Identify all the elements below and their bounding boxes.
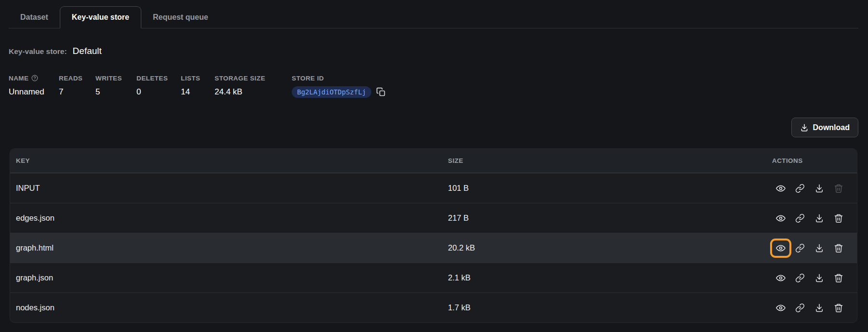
row-actions	[765, 303, 857, 313]
stat-reads-value: 7	[59, 86, 95, 98]
download-icon[interactable]	[814, 303, 824, 313]
table-row: nodes.json 1.7 kB	[10, 292, 857, 322]
delete-trash-icon[interactable]	[834, 213, 843, 223]
tab-request-queue[interactable]: Request queue	[141, 7, 220, 28]
public-url-link-icon[interactable]	[795, 184, 805, 193]
column-header-key: KEY	[10, 157, 448, 164]
row-size: 20.2 kB	[448, 243, 765, 252]
tab-dataset[interactable]: Dataset	[9, 7, 60, 28]
preview-eye-icon-highlighted[interactable]	[776, 243, 786, 253]
stat-lists-label: LISTS	[181, 74, 215, 82]
store-header: Key-value store: Default	[9, 46, 858, 56]
download-button-label: Download	[813, 123, 850, 132]
stat-lists-value: 14	[181, 86, 215, 98]
key-value-table: KEY SIZE ACTIONS INPUT 101 B edges.json …	[10, 148, 857, 323]
public-url-link-icon[interactable]	[795, 273, 805, 283]
preview-eye-icon[interactable]	[776, 184, 786, 193]
tab-key-value-store[interactable]: Key-value store	[60, 6, 141, 28]
stat-lists: LISTS 14	[181, 74, 215, 98]
row-actions	[765, 273, 857, 283]
row-size: 1.7 kB	[448, 303, 765, 312]
download-icon[interactable]	[814, 184, 824, 193]
row-actions	[765, 184, 857, 193]
row-size: 2.1 kB	[448, 273, 765, 282]
download-icon[interactable]	[814, 273, 824, 283]
stat-name-label: NAME	[9, 75, 28, 82]
preview-eye-icon[interactable]	[776, 273, 786, 283]
public-url-link-icon[interactable]	[795, 303, 805, 313]
stat-writes-label: WRITES	[95, 74, 136, 82]
stat-writes-value: 5	[95, 86, 136, 98]
stat-writes: WRITES 5	[95, 74, 136, 98]
tab-bar: Dataset Key-value store Request queue	[9, 0, 858, 28]
stat-storage-size: STORAGE SIZE 24.4 kB	[215, 74, 292, 98]
copy-icon[interactable]	[376, 87, 386, 97]
table-header-row: KEY SIZE ACTIONS	[10, 149, 857, 173]
store-header-label: Key-value store:	[9, 47, 67, 56]
stat-reads: READS 7	[59, 74, 95, 98]
row-actions	[765, 243, 857, 253]
row-key: graph.html	[10, 243, 448, 252]
row-key: INPUT	[10, 184, 448, 193]
stat-reads-label: READS	[59, 74, 95, 82]
delete-trash-icon[interactable]	[834, 243, 843, 253]
table-toolbar: Download	[9, 118, 858, 137]
public-url-link-icon[interactable]	[795, 243, 805, 253]
store-id-badge: Bg2LAjdiOTDpSzfLj	[292, 86, 371, 98]
table-row-highlighted: graph.html 20.2 kB	[10, 233, 857, 263]
public-url-link-icon[interactable]	[795, 213, 805, 223]
table-row: INPUT 101 B	[10, 173, 857, 203]
row-key: edges.json	[10, 213, 448, 223]
stat-deletes-label: DELETES	[136, 74, 181, 82]
preview-eye-icon[interactable]	[776, 213, 786, 223]
stat-name-value: Unnamed	[9, 86, 59, 98]
stat-deletes-value: 0	[136, 86, 181, 98]
download-icon[interactable]	[814, 213, 824, 223]
preview-eye-icon[interactable]	[776, 303, 786, 313]
help-circle-icon[interactable]	[31, 75, 38, 81]
table-row: graph.json 2.1 kB	[10, 263, 857, 292]
row-size: 217 B	[448, 213, 765, 223]
row-key: nodes.json	[10, 303, 448, 312]
row-actions	[765, 213, 857, 223]
table-row: edges.json 217 B	[10, 203, 857, 233]
stat-deletes: DELETES 0	[136, 74, 181, 98]
stat-name: NAME Unnamed	[9, 74, 59, 98]
row-key: graph.json	[10, 273, 448, 282]
stat-store-id-label: STORE ID	[292, 74, 386, 82]
download-icon	[800, 123, 809, 132]
download-icon[interactable]	[814, 243, 824, 253]
delete-trash-icon[interactable]	[834, 273, 843, 283]
download-button[interactable]: Download	[791, 118, 858, 137]
store-header-value: Default	[73, 46, 102, 56]
store-stats: NAME Unnamed READS 7 WRITES 5 DELETES 0 …	[9, 74, 858, 98]
delete-trash-icon[interactable]	[834, 303, 843, 313]
delete-trash-icon	[834, 184, 843, 193]
column-header-actions: ACTIONS	[765, 157, 857, 164]
row-size: 101 B	[448, 184, 765, 193]
stat-store-id: STORE ID Bg2LAjdiOTDpSzfLj	[292, 74, 386, 98]
stat-storage-size-value: 24.4 kB	[215, 86, 292, 98]
stat-storage-size-label: STORAGE SIZE	[215, 74, 292, 82]
column-header-size: SIZE	[448, 157, 765, 164]
